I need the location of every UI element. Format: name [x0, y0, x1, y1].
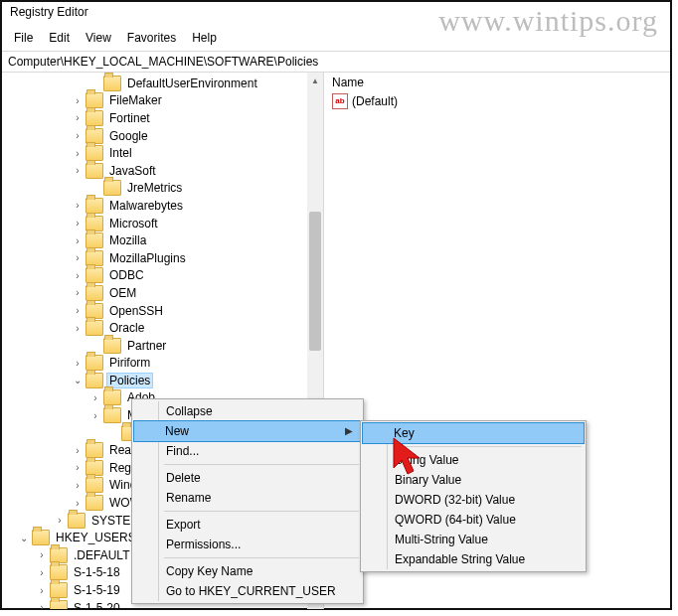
tree-row[interactable]: ›Malwarebytes: [2, 197, 323, 215]
folder-icon: [68, 513, 85, 529]
menu-item-favorites[interactable]: Favorites: [119, 29, 184, 47]
chevron-right-icon[interactable]: ›: [72, 200, 84, 211]
submenu-item-binary-value[interactable]: Binary Value: [363, 470, 584, 490]
chevron-right-icon[interactable]: ›: [72, 358, 84, 369]
menu-item-help[interactable]: Help: [184, 29, 225, 47]
tree-row[interactable]: JreMetrics: [2, 180, 323, 198]
context-menu-item-rename[interactable]: Rename: [134, 488, 361, 508]
tree-row[interactable]: ›FileMaker: [2, 92, 323, 110]
chevron-right-icon[interactable]: ›: [36, 567, 48, 578]
context-menu-separator: [164, 557, 359, 558]
context-menu-item-collapse[interactable]: Collapse: [134, 401, 361, 421]
folder-icon: [85, 110, 103, 126]
chevron-right-icon[interactable]: ›: [36, 549, 48, 560]
chevron-right-icon[interactable]: ›: [72, 165, 84, 176]
tree-item-label: MozillaPlugins: [107, 251, 188, 265]
tree-item-label: JreMetrics: [125, 181, 184, 195]
folder-icon: [85, 92, 103, 108]
submenu-separator: [393, 446, 582, 447]
tree-item-label: ODBC: [107, 268, 146, 282]
chevron-right-icon[interactable]: ›: [72, 252, 84, 263]
folder-icon: [85, 250, 103, 266]
chevron-right-icon[interactable]: ›: [54, 515, 66, 526]
window-title: Registry Editor: [2, 2, 670, 27]
folder-icon: [85, 355, 103, 371]
tree-row[interactable]: ›ODBC: [2, 267, 323, 285]
chevron-right-icon[interactable]: ›: [72, 270, 84, 281]
tree-row[interactable]: ›Mozilla: [2, 231, 323, 249]
value-row-default[interactable]: ab (Default): [324, 92, 670, 110]
tree-row[interactable]: ›OEM: [2, 284, 323, 302]
chevron-right-icon[interactable]: ›: [36, 585, 48, 596]
chevron-right-icon[interactable]: ›: [72, 287, 84, 298]
context-menu-separator: [164, 511, 359, 512]
tree-row[interactable]: ›Intel: [2, 144, 323, 162]
folder-icon: [50, 582, 68, 598]
value-column-header[interactable]: Name: [324, 73, 670, 92]
tree-item-label: OpenSSH: [107, 304, 165, 318]
folder-icon: [85, 163, 103, 179]
folder-icon: [103, 76, 121, 91]
value-name: (Default): [352, 94, 398, 108]
tree-item-label: S-1-5-19: [72, 583, 122, 597]
chevron-right-icon[interactable]: ›: [89, 410, 101, 421]
scroll-thumb[interactable]: [309, 212, 321, 351]
tree-row[interactable]: ›Oracle: [2, 319, 323, 337]
tree-item-label: Microsoft: [107, 217, 160, 231]
chevron-right-icon[interactable]: ›: [72, 112, 84, 123]
submenu-item-qword-64-bit-value[interactable]: QWORD (64-bit) Value: [363, 510, 584, 530]
menu-item-edit[interactable]: Edit: [41, 29, 78, 47]
chevron-right-icon[interactable]: ›: [72, 235, 84, 246]
tree-row[interactable]: ⌄Policies: [2, 372, 323, 389]
tree-row[interactable]: DefaultUserEnvironment: [2, 75, 323, 92]
submenu-item-dword-32-bit-value[interactable]: DWORD (32-bit) Value: [363, 490, 584, 510]
chevron-right-icon[interactable]: ›: [72, 323, 84, 334]
chevron-right-icon[interactable]: ›: [72, 445, 84, 456]
context-menu-item-copy-key-name[interactable]: Copy Key Name: [134, 561, 361, 581]
chevron-right-icon[interactable]: ›: [72, 148, 84, 159]
tree-row[interactable]: ›Microsoft: [2, 215, 323, 232]
context-menu-item-permissions[interactable]: Permissions...: [134, 535, 361, 554]
chevron-right-icon[interactable]: ›: [72, 218, 84, 229]
chevron-right-icon[interactable]: ›: [72, 130, 84, 141]
submenu-item-key[interactable]: Key: [362, 422, 585, 444]
context-menu-item-export[interactable]: Export: [134, 515, 361, 535]
tree-item-label: S-1-5-20: [72, 601, 122, 609]
folder-icon: [85, 285, 103, 301]
chevron-right-icon[interactable]: ›: [72, 95, 84, 106]
context-menu-item-go-to-hkey-current-user[interactable]: Go to HKEY_CURRENT_USER: [134, 581, 361, 601]
chevron-right-icon[interactable]: ›: [72, 462, 84, 473]
menu-item-view[interactable]: View: [78, 29, 119, 47]
chevron-right-icon[interactable]: ›: [72, 305, 84, 316]
context-menu-item-find[interactable]: Find...: [134, 441, 361, 461]
tree-row[interactable]: ›JavaSoft: [2, 162, 323, 180]
chevron-right-icon[interactable]: ›: [36, 602, 48, 609]
tree-row[interactable]: Partner: [2, 337, 323, 355]
scroll-up-button[interactable]: ▲: [307, 73, 323, 88]
tree-item-label: .DEFAULT: [72, 548, 131, 562]
folder-icon: [85, 320, 103, 336]
folder-icon: [103, 338, 121, 354]
address-bar[interactable]: Computer\HKEY_LOCAL_MACHINE\SOFTWARE\Pol…: [2, 52, 670, 73]
chevron-down-icon[interactable]: ⌄: [18, 533, 30, 543]
tree-row[interactable]: ›Google: [2, 127, 323, 145]
tree-row[interactable]: ›MozillaPlugins: [2, 249, 323, 267]
submenu-item-string-value[interactable]: String Value: [363, 450, 584, 470]
folder-icon: [50, 600, 68, 609]
tree-row[interactable]: ›Piriform: [2, 355, 323, 373]
context-menu-item-new[interactable]: New▶: [133, 420, 362, 442]
tree-item-label: Intel: [107, 146, 134, 160]
chevron-right-icon[interactable]: ›: [72, 498, 84, 509]
folder-icon: [32, 530, 50, 545]
submenu-item-expandable-string-value[interactable]: Expandable String Value: [363, 549, 584, 569]
tree-item-label: Google: [107, 129, 150, 143]
tree-row[interactable]: ›OpenSSH: [2, 302, 323, 320]
menu-item-file[interactable]: File: [6, 29, 41, 47]
tree-row[interactable]: ›Fortinet: [2, 109, 323, 127]
chevron-right-icon[interactable]: ›: [89, 392, 101, 403]
context-menu-item-delete[interactable]: Delete: [134, 468, 361, 488]
chevron-right-icon[interactable]: ›: [72, 480, 84, 491]
submenu-item-multi-string-value[interactable]: Multi-String Value: [363, 530, 584, 549]
chevron-down-icon[interactable]: ⌄: [72, 375, 84, 385]
folder-icon: [85, 442, 103, 458]
